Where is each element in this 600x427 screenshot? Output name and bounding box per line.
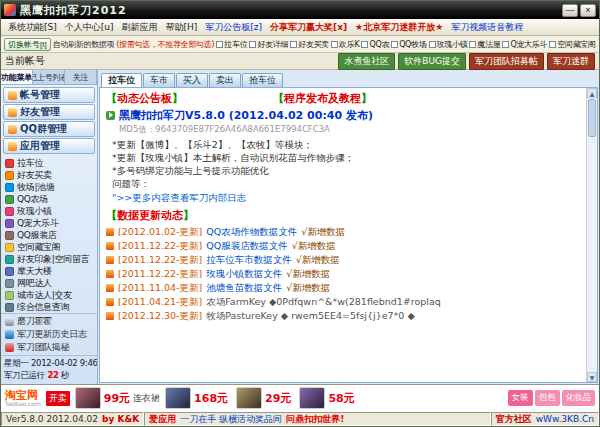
scrollbar-track[interactable] (587, 98, 597, 372)
main-tab-car-market[interactable]: 车市 (143, 73, 175, 87)
scrollbar-thumb[interactable] (588, 99, 596, 137)
group-friend-management[interactable]: 好友管理 (3, 104, 95, 120)
official-site-url[interactable]: wWw.3KB.Cn (536, 414, 594, 424)
taobao-logo[interactable]: 淘宝网 Taobao.com (5, 390, 41, 407)
farm-icon (5, 195, 14, 204)
cb-happy-k[interactable]: 欢乐K (331, 39, 359, 50)
car-icon (5, 159, 14, 168)
tool-team-secret[interactable]: 军刀团队揭秘 (3, 341, 95, 354)
cb-qq-ranch[interactable]: QQ牧场 (391, 39, 426, 50)
netbar-icon (5, 279, 14, 288)
link-fans-group[interactable]: 军刀迷群 (547, 53, 595, 70)
link-community-forum[interactable]: 水煮鱼社区 (338, 53, 395, 70)
update-row: [2012.12.30-更新]牧场PastureKey ◆ rwem5EE4=5… (106, 309, 581, 323)
update-row: [2011.04.21-更新]农场FarmKey ◆0Pdfqwn^&*w(28… (106, 295, 581, 309)
sale-badge[interactable]: 开卖 (46, 391, 70, 406)
checkbox-icon[interactable] (361, 41, 368, 48)
ad-product[interactable]: 58元 (299, 387, 357, 409)
cb-friend-detail[interactable]: 好友详细 (249, 39, 288, 50)
checkbox-icon[interactable] (469, 41, 476, 48)
group-qq-group-management[interactable]: QQ群管理 (3, 121, 95, 137)
group-account-management[interactable]: 帐号管理 (3, 87, 95, 103)
menu-beijing-fans-group[interactable]: ★北京军刀迷群开放★ (351, 21, 447, 34)
checkbox-icon[interactable] (331, 41, 338, 48)
checkbox-icon[interactable] (249, 41, 256, 48)
minimize-button[interactable]: — (562, 4, 578, 17)
tab-function-menu[interactable]: 功能菜单 (1, 70, 33, 84)
key-icon (8, 91, 17, 100)
item-info-query[interactable]: 综合信息查询 (3, 301, 95, 312)
item-friend-trade[interactable]: 好友买卖 (3, 169, 95, 181)
close-button[interactable]: × (580, 4, 596, 17)
ad-tags: 女装 包包 化妆品 (508, 390, 596, 406)
menu-announcement-board[interactable]: 军刀公告板[z] (201, 21, 266, 34)
group-app-management[interactable]: 应用管理 (3, 138, 95, 154)
switch-account-button[interactable]: 切换帐号[t] (4, 38, 51, 51)
link-bug-report[interactable]: 软件BUG提交 (398, 53, 466, 70)
checkbox-icon[interactable] (549, 41, 556, 48)
checkbox-icon[interactable] (502, 41, 509, 48)
item-impression-message[interactable]: 好友印象|空间留言 (3, 253, 95, 265)
main-tab-buy[interactable]: 买入 (176, 73, 208, 87)
cb-magic-house[interactable]: 魔法屋 (469, 39, 500, 50)
item-treasure[interactable]: 空间藏宝阁 (3, 241, 95, 253)
ad-product[interactable]: 99元连衣裙 (75, 387, 160, 409)
menubar: 系统功能[S] 个人中心[u] 刷新应用 帮助[H] 军刀公告板[z] 分享军刀… (1, 19, 599, 36)
menu-personal-center[interactable]: 个人中心[u] (61, 21, 118, 34)
tab-logged-accounts[interactable]: 已上号列表 (33, 70, 65, 84)
menu-video-tutorial[interactable]: 军刀视频语音教程 (447, 21, 527, 34)
item-clothes-shop[interactable]: QQ服装店 (3, 229, 95, 241)
item-qq-farm[interactable]: QQ农场 (3, 193, 95, 205)
tag-women-clothes[interactable]: 女装 (508, 390, 533, 406)
item-netbar-expert[interactable]: 网吧达人 (3, 277, 95, 289)
scroll-down-arrow[interactable]: ▼ (587, 372, 597, 382)
cb-rose-town[interactable]: 玫瑰小镇 (429, 39, 468, 50)
official-site-label: 官方社区 (496, 413, 532, 426)
cb-friend-trade[interactable]: 好友买卖 (290, 39, 329, 50)
cb-qq-farm[interactable]: QQ农 (361, 39, 389, 50)
product-image (75, 387, 101, 409)
tag-bags[interactable]: 包包 (535, 390, 560, 406)
link-team-recruit[interactable]: 军刀团队招募帖 (469, 53, 544, 70)
item-pet-fight[interactable]: Q宠大乐斗 (3, 217, 95, 229)
menu-system[interactable]: 系统功能[S] (4, 21, 61, 34)
tag-cosmetics[interactable]: 化妆品 (562, 390, 596, 406)
data-file-icon (106, 228, 114, 236)
more-log-link[interactable]: ">>更多内容查看军刀内部日志 (112, 192, 581, 205)
main-tab-sell[interactable]: 卖出 (209, 73, 241, 87)
ad-product[interactable]: 29元 (236, 387, 294, 409)
checkbox-icon[interactable] (290, 41, 297, 48)
runtime-value: 22 (47, 370, 58, 380)
search-icon (5, 303, 14, 312)
tab-follow[interactable]: 关注 (65, 70, 97, 84)
scroll-up-arrow[interactable]: ▲ (587, 88, 597, 98)
menu-share-prize[interactable]: 分享军刀赢大奖[x] (266, 21, 351, 34)
tool-update-history[interactable]: 军刀更新历史日志 (3, 328, 95, 341)
item-skyscraper[interactable]: 摩天大楼 (3, 265, 95, 277)
main-tab-parking[interactable]: 拉车位 (101, 73, 142, 87)
runtime-line: 军刀已运行 22 秒 (4, 370, 94, 382)
key-file-icon (106, 298, 114, 306)
main-tab-grab[interactable]: 抢车位 (242, 73, 283, 87)
item-parking[interactable]: 拉车位 (3, 157, 95, 169)
vertical-scrollbar[interactable]: ▲ ▼ (586, 88, 597, 382)
item-rose-town[interactable]: 玫瑰小镇 (3, 205, 95, 217)
menu-help[interactable]: 帮助[H] (161, 21, 201, 34)
checkbox-icon[interactable] (429, 41, 436, 48)
cb-pet-fight[interactable]: Q宠大乐斗 (502, 39, 547, 50)
account-bar: 当前帐号 水煮鱼社区 软件BUG提交 军刀团队招募帖 军刀迷群 (1, 53, 599, 70)
ad-product[interactable]: 168元 (165, 387, 231, 409)
checkbox-icon[interactable] (391, 41, 398, 48)
team-icon (5, 343, 14, 352)
item-ranch-pond[interactable]: 牧场|池塘 (3, 181, 95, 193)
slogan-part: 问鼎扣扣世界! (286, 413, 344, 426)
item-city-expert[interactable]: 城市达人|交友 (3, 289, 95, 301)
tool-sharpen[interactable]: 磨刀霍霍 (3, 315, 95, 328)
cb-treasure[interactable]: 空间藏宝阁 (549, 39, 596, 50)
author-text: by K&K (102, 414, 139, 424)
friends-trade-icon (5, 171, 14, 180)
menu-refresh-apps[interactable]: 刷新应用 (117, 21, 161, 34)
cb-parking[interactable]: 拉车位 (216, 39, 247, 50)
checkbox-icon[interactable] (216, 41, 223, 48)
pond-icon (5, 183, 14, 192)
